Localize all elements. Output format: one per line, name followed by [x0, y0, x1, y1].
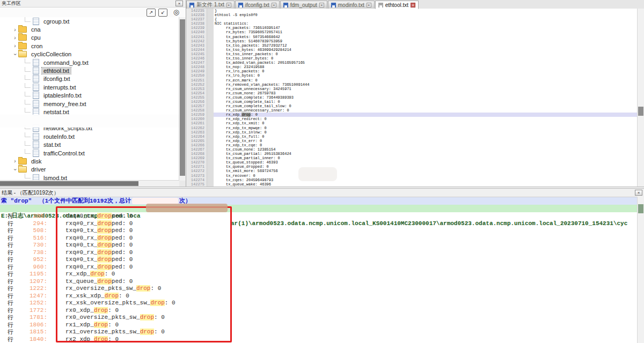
expand-all-icon[interactable]: ↗: [147, 9, 156, 17]
line-number: 142263: [186, 130, 207, 135]
tree-item-network_scripts.txt[interactable]: network_scripts.txt: [0, 124, 179, 132]
result-row[interactable]: 行1195:rx_xdp_drop: 0: [0, 271, 638, 278]
chevron-icon[interactable]: ›: [12, 27, 18, 33]
close-panel-button[interactable]: ×: [175, 1, 183, 6]
tree-horizontal-scrollbar[interactable]: [0, 180, 179, 187]
result-row[interactable]: 行1840:rx2_xdp_drop: 0: [0, 336, 638, 343]
line-number: 142238: [186, 21, 207, 26]
close-tab-icon[interactable]: ×: [319, 3, 324, 8]
result-row[interactable]: 行508:txq#0_tx_dropped: 0: [0, 227, 638, 235]
line-number: 142268: [186, 152, 207, 156]
tree-item-cpu[interactable]: ›cpu: [0, 34, 179, 42]
tree-item-cna[interactable]: ›cna: [0, 25, 179, 33]
editor-vertical-scrollbar[interactable]: [637, 9, 644, 187]
editor-line: 142236ethtool -S enp1s0f0: [186, 13, 644, 17]
result-text-pre: rxq#0_rx_: [65, 264, 97, 270]
locate-file-icon[interactable]: ◎: [172, 9, 180, 16]
scrollbar-thumb[interactable]: [638, 107, 643, 116]
result-text-post: ped: 0: [112, 242, 133, 248]
chevron-icon[interactable]: ›: [12, 166, 18, 173]
close-tab-icon[interactable]: ×: [411, 3, 415, 8]
result-text-pre: rxq#0_rx_: [65, 249, 97, 256]
tree-item-cron[interactable]: ›cron: [0, 42, 179, 50]
line-label: 行: [8, 271, 15, 278]
fold-margin-cell: [207, 13, 214, 17]
tree-item-ethtool.txt[interactable]: ethtool.txt: [0, 66, 179, 74]
line-number: 142253: [186, 87, 207, 91]
result-text: txq#0_tx_dropped: 0: [65, 227, 133, 235]
scrollbar-thumb[interactable]: [638, 204, 643, 213]
result-row[interactable]: 行1806:rx1_xdp_drop: 0: [0, 322, 638, 329]
scrollbar-thumb[interactable]: [180, 19, 185, 176]
fold-margin-cell: [207, 165, 214, 169]
result-file-path[interactable]: E:\日志\armod0523.odata.ncmp.unicom.loca a…: [0, 205, 644, 212]
line-text: tx_csum_none: 12385154: [214, 147, 644, 152]
tree-item-cgroup.txt[interactable]: cgroup.txt: [0, 17, 179, 25]
result-row[interactable]: 行1222:rx_oversize_pkts_sw_drop: 0: [0, 285, 638, 293]
tree-item-label: network_scripts.txt: [42, 125, 94, 131]
tab-ifconfig.txt[interactable]: ifconfig.txt×: [235, 1, 280, 9]
result-row[interactable]: 行960:rxq#0_rx_dropped: 0: [0, 264, 638, 271]
tree-item-command_log.txt[interactable]: command_log.txt: [0, 58, 179, 66]
tab-fdm_output[interactable]: fdm_output×: [280, 1, 327, 9]
tab-label: 新文件 1.txt: [196, 1, 224, 9]
tree-item-cyclicCollection[interactable]: ›cyclicCollection: [0, 50, 179, 58]
chevron-icon[interactable]: ›: [12, 158, 18, 164]
tree-guide-line: [25, 141, 31, 146]
tree-item-label: ifconfig.txt: [42, 76, 72, 82]
fold-margin-cell: [207, 174, 214, 178]
tab-modinfo.txt[interactable]: modinfo.txt×: [328, 1, 375, 9]
fold-margin-cell: [207, 130, 214, 135]
close-tab-icon[interactable]: ×: [226, 3, 231, 8]
match-highlight: drop: [97, 249, 111, 256]
editor-line: 142246 tx_tso_inner_bytes: 0: [186, 56, 644, 61]
scrollbar-thumb[interactable]: [0, 181, 138, 186]
results-title: 结果 - （匹配10192次）: [2, 190, 59, 196]
result-row[interactable]: 行1772:rx0_xdp_drop: 0: [0, 307, 638, 315]
result-row[interactable]: 行730:txq#0_tx_dropped: 0: [0, 242, 638, 249]
editor-area: 新文件 1.txt×ifconfig.txt×fdm_output×modinf…: [186, 0, 644, 187]
chevron-icon[interactable]: ›: [12, 51, 18, 57]
results-vertical-scrollbar[interactable]: [637, 197, 644, 343]
file-tree: cgroup.txt›cna›cpu›cron›cyclicCollection…: [0, 17, 179, 181]
result-text-post: : 0: [154, 314, 165, 320]
tab-新文件 1.txt[interactable]: 新文件 1.txt×: [186, 1, 235, 9]
close-tab-icon[interactable]: ×: [272, 3, 276, 8]
collapse-all-icon[interactable]: ↙: [158, 9, 167, 17]
chevron-icon[interactable]: ›: [12, 35, 18, 41]
result-row[interactable]: 行1815:rx1_oversize_pkts_sw_drop: 0: [0, 329, 638, 336]
result-text-pre: rx_oversize_pkts_sw_: [65, 285, 136, 292]
result-row[interactable]: 行294:rxq#0_rx_dropped: 0: [0, 220, 638, 228]
editor[interactable]: 142235}142236ethtool -S enp1s0f0142237{1…: [186, 9, 644, 187]
tree-item-trafficControl.txt[interactable]: trafficControl.txt: [0, 149, 179, 157]
line-number: 142251: [186, 78, 207, 83]
tab-ethtool.txt[interactable]: ethtool.txt×: [375, 1, 419, 9]
chevron-icon[interactable]: ›: [12, 43, 18, 49]
close-results-button[interactable]: ×: [635, 190, 642, 196]
editor-line: 142261 rx_xdp_tx_xmit: 0: [186, 121, 644, 125]
search-summary-text: 索 "drop" （1个文件中匹配到10192次，总计: [1, 198, 131, 204]
tree-vertical-scrollbar[interactable]: [179, 17, 186, 181]
tree-item-label: netstat.txt: [42, 109, 71, 115]
line-label: 行: [8, 220, 15, 228]
result-row[interactable]: 行1207:tx_queue_dropped: 0: [0, 278, 638, 286]
result-row[interactable]: 行738:rxq#0_rx_dropped: 0: [0, 249, 638, 257]
result-row[interactable]: 行516:rxq#0_rx_dropped: 0: [0, 235, 638, 242]
result-row[interactable]: 行1252:rx_xsk_oversize_pkts_sw_drop: 0: [0, 300, 638, 307]
tree-item-driver[interactable]: ›driver: [0, 166, 179, 174]
tree-item-iptablesInfo.txt[interactable]: iptablesInfo.txt: [0, 92, 179, 100]
tree-item-stat.txt[interactable]: stat.txt: [0, 140, 179, 148]
tree-item-routeInfo.txt[interactable]: routeInfo.txt: [0, 132, 179, 140]
tree-item-interrupts.txt[interactable]: interrupts.txt: [0, 83, 179, 91]
result-text-post: ped: 0: [112, 278, 133, 285]
result-row[interactable]: 行1781:rx0_oversize_pkts_sw_drop: 0: [0, 314, 638, 322]
tree-item-netstat.txt[interactable]: netstat.txt: [0, 108, 179, 116]
tree-item-disk[interactable]: ›disk: [0, 157, 179, 165]
close-tab-icon[interactable]: ×: [367, 3, 371, 8]
tree-item-memory_free.txt[interactable]: memory_free.txt: [0, 100, 179, 108]
app-window: 夹工作区 × ↗ ↙ ◎ cgroup.txt›cna›cpu›cron›cyc…: [0, 0, 644, 343]
result-row[interactable]: 行286:txq#0_tx_dropped: 0: [0, 213, 638, 220]
result-row[interactable]: 行952:txq#0_tx_dropped: 0: [0, 256, 638, 264]
result-row[interactable]: 行1247:rx_xsk_xdp_drop: 0: [0, 293, 638, 300]
tree-item-ifconfig.txt[interactable]: ifconfig.txt: [0, 75, 179, 83]
